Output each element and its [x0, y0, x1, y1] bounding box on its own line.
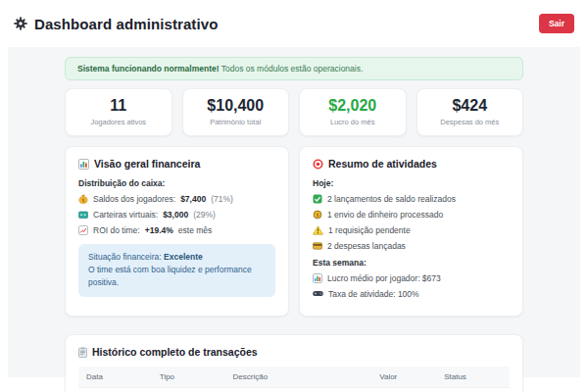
column-header-status: Status [436, 367, 510, 388]
activity-item: Taxa de atividade: 100% [313, 289, 510, 299]
finance-card-title-text: Visão geral financeira [94, 158, 200, 170]
activity-text: 2 lançamentos de saldo realizados [327, 194, 456, 204]
stat-label: Patrimônio total [187, 118, 285, 126]
activities-card-title-text: Resumo de atividades [328, 158, 437, 170]
bar-chart-icon [313, 273, 322, 283]
game-controller-icon [313, 290, 323, 298]
activity-text: Lucro médio por jogador: $673 [327, 273, 441, 283]
finance-item-value: $3,000 [163, 210, 188, 220]
cash-distribution-label: Distribuição do caixa: [78, 178, 275, 188]
credit-card-icon [313, 242, 322, 250]
stat-card-month-expenses: $424 Despesas do mês [416, 88, 524, 136]
money-bag-icon: $ [78, 194, 88, 204]
finance-item-label: Saldos dos jogadores: [93, 194, 175, 204]
status-banner-text: Todos os módulos estão operacionais. [220, 64, 364, 74]
activities-summary-card: Resumo de atividades Hoje: 2 lançamentos… [299, 146, 523, 317]
stat-value: $2,020 [304, 97, 402, 115]
cell-status: Concluído [436, 388, 510, 392]
table-header-row: Data Tipo Descrição Valor Status [78, 367, 510, 388]
chart-up-icon [78, 225, 88, 235]
activity-text: 1 requisição pendente [328, 225, 411, 235]
transactions-table: Data Tipo Descrição Valor Status 15/01/2… [78, 367, 510, 392]
finance-item-extra: (71%) [211, 194, 233, 204]
finance-item-player-balances: $ Saldos dos jogadores: $7,400 (71%) [78, 194, 275, 204]
transactions-card-title: Histórico completo de transações [78, 346, 510, 358]
week-label: Esta semana: [313, 258, 510, 268]
stat-value: 11 [70, 97, 168, 115]
column-header-value: Valor [371, 367, 436, 388]
clipboard-icon [78, 347, 87, 358]
transactions-card-title-text: Histórico completo de transações [92, 346, 258, 358]
finance-item-extra: este mês [178, 225, 213, 235]
stats-row: 11 Jogadores ativos $10,400 Patrimônio t… [65, 88, 523, 136]
stat-label: Jogadores ativos [70, 118, 168, 126]
cell-date: 15/01/2024 [78, 388, 152, 392]
activity-item: 2 despesas lançadas [313, 241, 510, 251]
svg-text:$: $ [316, 212, 318, 218]
app-viewport: Dashboard administrativo Sair Sistema fu… [0, 0, 588, 392]
finance-card-title: Visão geral financeira [78, 158, 275, 170]
logout-button[interactable]: Sair [539, 14, 574, 33]
stat-card-total-assets: $10,400 Patrimônio total [182, 88, 290, 136]
stat-value: $424 [421, 97, 519, 115]
svg-text:$: $ [81, 197, 84, 203]
cell-type: Lançamento [152, 388, 225, 392]
stat-label: Lucro do mês [304, 118, 402, 126]
activity-text: 1 envio de dinheiro processado [327, 210, 443, 220]
page-title: Dashboard administrativo [34, 16, 218, 32]
finance-overview-card: Visão geral financeira Distribuição do c… [65, 146, 289, 317]
money-send-icon: $ [313, 210, 322, 220]
transactions-card: Histórico completo de transações Data Ti… [65, 334, 523, 392]
activity-text: 2 despesas lançadas [327, 241, 406, 251]
activity-item: 2 lançamentos de saldo realizados [313, 194, 510, 204]
finance-item-label: ROI do time: [93, 225, 140, 235]
stat-card-active-players: 11 Jogadores ativos [65, 88, 172, 136]
finance-item-value: $7,400 [180, 194, 206, 204]
finance-item-label: Carteiras virtuais: [93, 210, 158, 220]
check-icon [313, 194, 322, 204]
warning-icon [313, 225, 323, 235]
activities-card-title: Resumo de atividades [313, 158, 510, 170]
activity-text: Taxa de atividade: 100% [328, 289, 419, 299]
system-status-banner: Sistema funcionando normalmente! Todos o… [65, 57, 523, 80]
financial-situation-note: Situação financeira: Excelente O time es… [78, 244, 275, 297]
wallet-icon [78, 210, 88, 220]
column-header-type: Tipo [152, 367, 225, 388]
main-area: Sistema funcionando normalmente! Todos o… [8, 47, 580, 377]
note-value: Excelente [164, 252, 203, 262]
note-label: Situação financeira: [88, 252, 164, 262]
table-row: 15/01/2024 Lançamento João Silva - Poker… [78, 388, 510, 392]
cell-value: +$140 [371, 388, 436, 392]
app-header: Dashboard administrativo Sair [0, 0, 588, 47]
status-banner-bold: Sistema funcionando normalmente! [77, 64, 220, 74]
note-text: O time está com boa liquidez e performan… [88, 265, 252, 287]
target-icon [313, 159, 323, 170]
finance-item-roi: ROI do time: +19.4% este mês [78, 225, 275, 235]
stat-value: $10,400 [187, 97, 285, 115]
today-label: Hoje: [313, 178, 510, 188]
gear-icon [14, 17, 27, 30]
stat-label: Despesas do mês [421, 118, 519, 126]
activity-item: 1 requisição pendente [313, 225, 510, 235]
overview-cards-row: Visão geral financeira Distribuição do c… [65, 146, 523, 317]
column-header-date: Data [78, 367, 152, 388]
bar-chart-icon [78, 159, 89, 170]
column-header-description: Descrição [225, 367, 372, 388]
finance-item-value: +19.4% [145, 225, 173, 235]
finance-item-extra: (29%) [193, 210, 216, 220]
stat-card-month-profit: $2,020 Lucro do mês [299, 88, 407, 136]
finance-item-virtual-wallets: Carteiras virtuais: $3,000 (29%) [78, 210, 275, 220]
cell-description: João Silva - PokerStars [225, 388, 372, 392]
activity-item: $ 1 envio de dinheiro processado [313, 210, 510, 220]
activity-item: Lucro médio por jogador: $673 [313, 273, 510, 283]
